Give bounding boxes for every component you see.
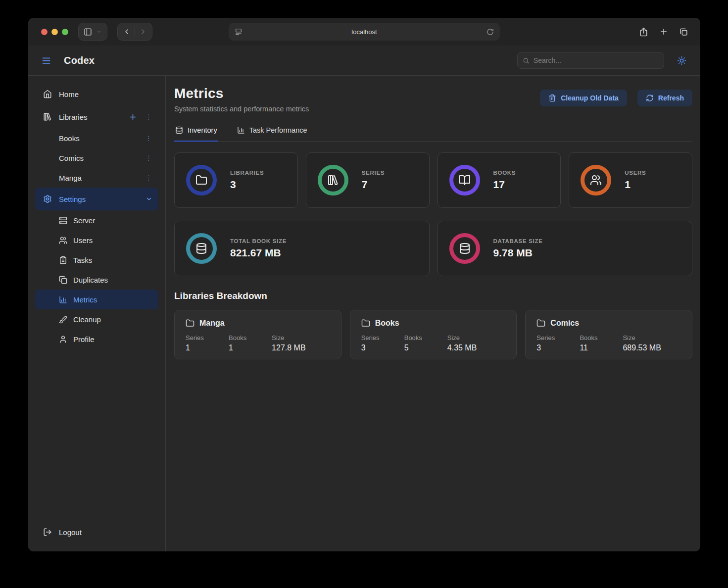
libraries-kebab-icon[interactable] (145, 113, 152, 121)
books-value: 1 (229, 343, 272, 352)
back-button[interactable] (123, 28, 131, 36)
bar-chart-icon (59, 295, 67, 304)
tab-task-performance[interactable]: Task Performance (236, 126, 308, 142)
users-icon (59, 236, 67, 245)
paintbrush-icon (59, 315, 67, 324)
sidebar-item-books[interactable]: Books (35, 128, 158, 148)
sidebar-item-label: Settings (59, 195, 86, 203)
browser-window: localhost Codex Home (28, 18, 700, 551)
stat-card-users: USERS 1 (569, 152, 692, 208)
address-bar[interactable]: localhost (229, 23, 500, 41)
books-label: Books (580, 334, 623, 342)
close-window-button[interactable] (41, 29, 48, 35)
library-card-manga: Manga Series 1 Books 1 Size 1 (174, 310, 341, 359)
total-book-size-ring (186, 233, 217, 264)
tab-label: Inventory (188, 126, 217, 134)
stat-card-libraries: LIBRARIES 3 (174, 152, 298, 208)
sidebar-item-comics[interactable]: Comics (35, 148, 158, 168)
stat-label: SERIES (362, 170, 385, 176)
library-card-comics: Comics Series 3 Books 11 Size (525, 310, 692, 359)
stat-value: 9.78 MB (493, 247, 543, 259)
size-label: Size (623, 334, 681, 342)
divider (135, 27, 135, 36)
reload-icon[interactable] (486, 28, 494, 36)
sidebar-item-home[interactable]: Home (35, 83, 158, 105)
database-size-ring (449, 233, 480, 264)
sidebar-item-users[interactable]: Users (35, 230, 158, 250)
zoom-window-button[interactable] (62, 29, 68, 35)
search-input[interactable] (534, 56, 659, 64)
size-value: 4.35 MB (447, 343, 506, 352)
books-value: 5 (404, 343, 447, 352)
search-icon (523, 57, 530, 64)
metrics-tabs: Inventory Task Performance (174, 126, 692, 142)
sidebar-item-settings[interactable]: Settings (35, 188, 158, 210)
cleanup-button-label: Cleanup Old Data (561, 94, 619, 102)
sidebar-item-label: Users (73, 236, 93, 245)
book-open-icon (459, 174, 471, 186)
stats-row-2: TOTAL BOOK SIZE 821.67 MB DATABASE SIZE … (174, 221, 692, 276)
stat-value: 1 (625, 179, 646, 191)
sidebar-item-server[interactable]: Server (35, 210, 158, 230)
sidebar-item-libraries[interactable]: Libraries (35, 105, 158, 128)
home-icon (43, 90, 52, 98)
theme-toggle-sun-icon[interactable] (677, 56, 686, 65)
minimize-window-button[interactable] (51, 29, 58, 35)
libraries-breakdown-grid: Manga Series 1 Books 1 Size 1 (174, 310, 692, 359)
database-icon (195, 243, 207, 254)
stat-label: BOOKS (493, 170, 516, 176)
stat-value: 7 (362, 179, 385, 191)
page-settings-icon[interactable] (235, 28, 243, 36)
sidebar-item-duplicates[interactable]: Duplicates (35, 270, 158, 290)
logout-icon (43, 528, 52, 537)
series-value: 1 (186, 343, 229, 352)
page-title: Metrics (174, 86, 309, 101)
chevron-down-icon[interactable] (96, 29, 102, 35)
sidebar-toggle-group[interactable] (78, 23, 107, 41)
cleanup-old-data-button[interactable]: Cleanup Old Data (540, 90, 627, 106)
sidebar-item-label: Comics (59, 154, 84, 162)
library-card-books: Books Series 3 Books 5 Size 4 (350, 310, 517, 359)
chevron-down-icon (146, 196, 152, 202)
share-icon[interactable] (639, 27, 648, 37)
comics-kebab-icon[interactable] (145, 154, 152, 162)
app-title: Codex (64, 55, 95, 66)
main-content: Metrics System statistics and performanc… (166, 76, 700, 551)
manga-kebab-icon[interactable] (145, 174, 152, 182)
panel-left-icon (84, 28, 92, 36)
sidebar-item-cleanup[interactable]: Cleanup (35, 309, 158, 329)
stat-label: DATABASE SIZE (493, 238, 543, 244)
trash-icon (548, 94, 556, 102)
books-kebab-icon[interactable] (145, 135, 152, 142)
library-name: Books (375, 319, 399, 328)
books-label: Books (229, 334, 272, 342)
search-box[interactable] (517, 52, 664, 69)
books-label: Books (404, 334, 447, 342)
add-library-icon[interactable] (129, 113, 137, 121)
url-text: localhost (351, 28, 377, 36)
tab-label: Task Performance (249, 126, 307, 134)
sidebar-item-manga[interactable]: Manga (35, 168, 158, 188)
sidebar-item-profile[interactable]: Profile (35, 329, 158, 349)
stat-value: 3 (230, 179, 264, 191)
tab-inventory[interactable]: Inventory (174, 126, 218, 142)
tab-overview-icon[interactable] (679, 27, 688, 37)
sidebar-item-metrics[interactable]: Metrics (35, 290, 158, 309)
size-label: Size (272, 334, 330, 342)
sidebar-item-label: Cleanup (73, 315, 101, 324)
logout-button[interactable]: Logout (35, 521, 158, 543)
series-value: 3 (361, 343, 404, 352)
library-icon (43, 112, 52, 121)
menu-icon[interactable] (41, 55, 51, 66)
new-tab-icon[interactable] (659, 27, 668, 36)
stat-label: LIBRARIES (230, 170, 264, 176)
sidebar-item-tasks[interactable]: Tasks (35, 250, 158, 270)
forward-button[interactable] (139, 28, 147, 36)
stat-card-series: SERIES 7 (306, 152, 430, 208)
sidebar-item-label: Profile (73, 335, 95, 343)
stats-row-1: LIBRARIES 3 SERIES 7 (174, 152, 692, 208)
page-subtitle: System statistics and performance metric… (174, 105, 309, 113)
sidebar: Home Libraries Books (28, 76, 166, 551)
refresh-button[interactable]: Refresh (637, 90, 692, 106)
sidebar-item-label: Server (73, 216, 95, 225)
